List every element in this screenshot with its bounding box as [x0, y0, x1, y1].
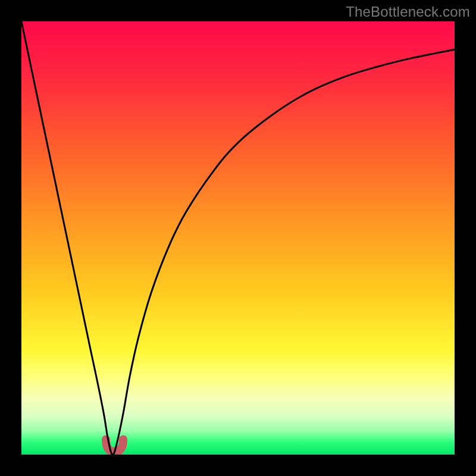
chart-frame: TheBottleneck.com: [0, 0, 476, 476]
chart-svg: [21, 21, 455, 455]
watermark-text: TheBottleneck.com: [346, 4, 470, 20]
gradient-background: [21, 21, 455, 455]
plot-area: [21, 21, 455, 455]
